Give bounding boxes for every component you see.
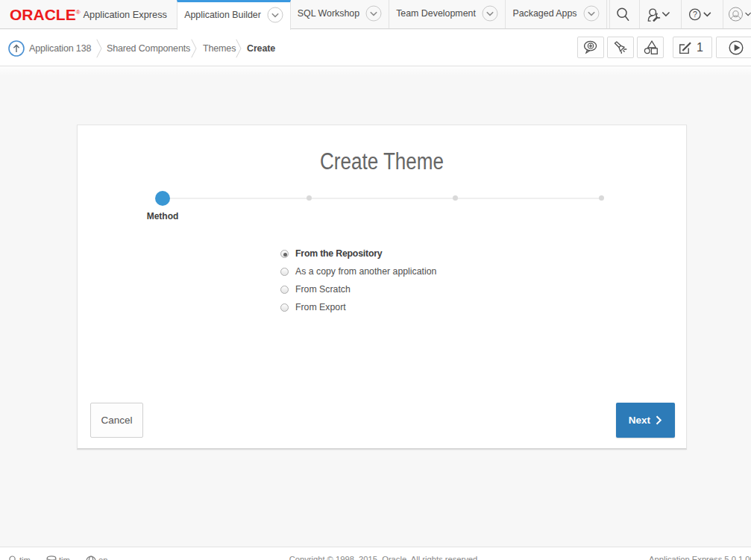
- svg-text:?: ?: [693, 10, 697, 19]
